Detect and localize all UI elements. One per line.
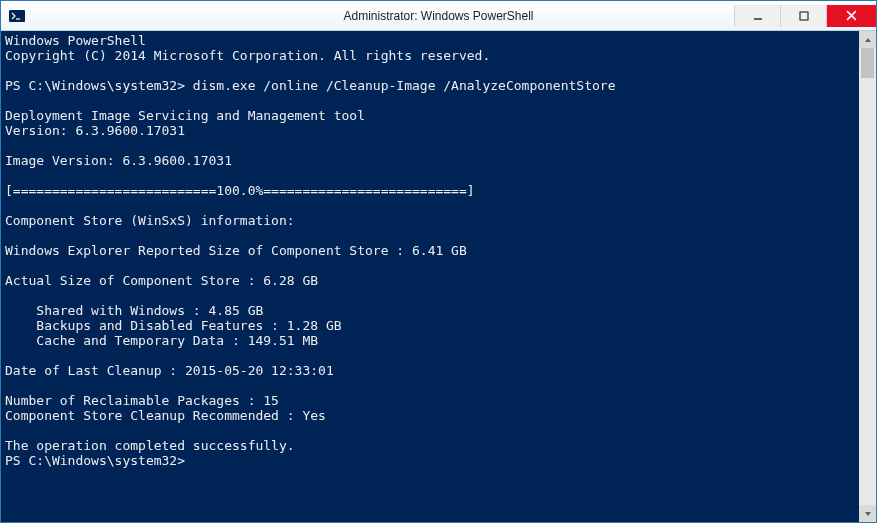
console-line: Date of Last Cleanup : 2015-05-20 12:33:… (5, 363, 334, 378)
titlebar[interactable]: Administrator: Windows PowerShell (1, 1, 876, 31)
minimize-button[interactable] (734, 5, 780, 27)
svg-rect-0 (9, 10, 25, 22)
console-output[interactable]: Windows PowerShell Copyright (C) 2014 Mi… (1, 31, 859, 522)
console-line: Cache and Temporary Data : 149.51 MB (5, 333, 318, 348)
console-line: Image Version: 6.3.9600.17031 (5, 153, 232, 168)
console-line: Windows Explorer Reported Size of Compon… (5, 243, 467, 258)
console-line: Component Store Cleanup Recommended : Ye… (5, 408, 326, 423)
vertical-scrollbar[interactable] (859, 31, 876, 522)
window-controls (734, 5, 876, 27)
console-line: Number of Reclaimable Packages : 15 (5, 393, 279, 408)
scroll-track[interactable] (859, 48, 876, 505)
maximize-button[interactable] (780, 5, 826, 27)
svg-rect-3 (800, 12, 808, 20)
console-line: Shared with Windows : 4.85 GB (5, 303, 263, 318)
console-line: PS C:\Windows\system32> dism.exe /online… (5, 78, 615, 93)
console-line: Deployment Image Servicing and Managemen… (5, 108, 365, 123)
console-line: Backups and Disabled Features : 1.28 GB (5, 318, 342, 333)
powershell-window: Administrator: Windows PowerShell Window… (0, 0, 877, 523)
console-area: Windows PowerShell Copyright (C) 2014 Mi… (1, 31, 876, 522)
powershell-icon (9, 8, 25, 24)
console-line: Copyright (C) 2014 Microsoft Corporation… (5, 48, 490, 63)
scroll-up-button[interactable] (859, 31, 876, 48)
scroll-thumb[interactable] (861, 48, 874, 78)
console-line: The operation completed successfully. (5, 438, 295, 453)
console-line: PS C:\Windows\system32> (5, 453, 185, 468)
console-line: Windows PowerShell (5, 33, 146, 48)
console-line: Component Store (WinSxS) information: (5, 213, 295, 228)
console-line: [==========================100.0%=======… (5, 183, 475, 198)
close-button[interactable] (826, 5, 876, 27)
scroll-down-button[interactable] (859, 505, 876, 522)
console-line: Actual Size of Component Store : 6.28 GB (5, 273, 318, 288)
console-line: Version: 6.3.9600.17031 (5, 123, 185, 138)
